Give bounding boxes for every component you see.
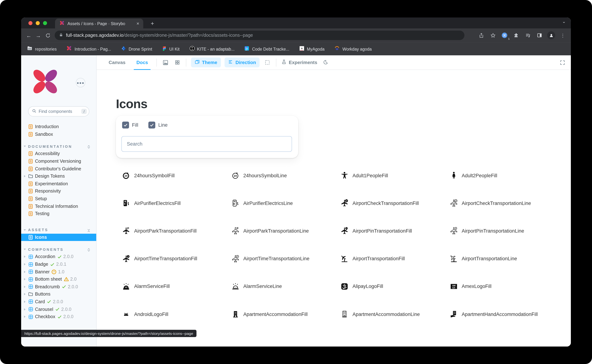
filter-line[interactable]: Line — [148, 122, 168, 129]
sidebar-item-icons[interactable]: Icons — [21, 234, 96, 241]
icon-grid: 2424hoursSymbolFill2424hoursSymbolLineAd… — [122, 162, 558, 328]
tab-search-chevron-icon[interactable]: ⌄ — [562, 19, 566, 24]
direction-button[interactable]: Direction — [225, 58, 260, 67]
browser-menu-icon[interactable]: ⋮ — [558, 31, 567, 40]
sidebar-item-carousel[interactable]: Carousel2.0.0 — [21, 306, 96, 313]
experiments-toggle[interactable]: Experiments — [279, 59, 320, 65]
svg-text:P: P — [127, 227, 129, 230]
sidebar-item-label: Experimentation — [35, 181, 68, 186]
icon-grid-cell: AirPurifierElectricsLine — [231, 189, 340, 217]
theme-button[interactable]: Theme — [191, 58, 221, 67]
fullscreen-icon[interactable] — [560, 60, 565, 67]
sidebar-item-accordion[interactable]: Accordion2.0.0 — [21, 253, 96, 260]
document-icon — [28, 211, 33, 216]
bookmark-item[interactable]: UI Kit — [162, 46, 180, 52]
caret-right-icon — [24, 175, 26, 177]
browser-toolbar: ← → full-stack.pages.agodadev.io/design-… — [21, 28, 571, 42]
filter-fill[interactable]: Fill — [122, 122, 138, 129]
sidebar-item-badge[interactable]: Badge2.0.1 — [21, 260, 96, 268]
share-icon[interactable] — [477, 31, 485, 40]
back-icon[interactable]: ← — [24, 31, 34, 40]
agoda-icon — [67, 46, 72, 52]
bookmark-item[interactable]: repositories — [27, 46, 57, 52]
screenshot-stage: Assets / Icons - Page · Storybo × + ⌄ ← … — [0, 0, 592, 364]
svg-text:TC: TC — [246, 47, 248, 50]
zoom-window-button[interactable] — [43, 21, 47, 25]
find-components-input[interactable] — [39, 109, 81, 114]
icon-label: Adult1PeopleFill — [352, 173, 388, 178]
new-tab-button[interactable]: + — [148, 19, 157, 28]
sidebar-item-buttons[interactable]: Buttons — [21, 291, 96, 298]
bookmark-item[interactable]: Introduction - Pag... — [67, 46, 111, 52]
tab-docs[interactable]: Docs — [131, 55, 154, 70]
reload-icon[interactable] — [43, 31, 53, 40]
sidebar-item-label: Card — [35, 299, 45, 304]
agoda-logo-icon[interactable] — [30, 66, 61, 98]
dark-mode-moon-icon[interactable] — [320, 57, 330, 67]
section-header-documentation[interactable]: DOCUMENTATION — [21, 143, 96, 150]
side-panel-icon[interactable] — [535, 31, 544, 40]
bookmark-star-icon[interactable] — [489, 31, 497, 40]
forward-icon[interactable]: → — [34, 31, 43, 40]
icon-grid-cell: AirportTransportationFill — [340, 245, 449, 273]
shortcut-extension-icon[interactable]: ⌘1 — [500, 31, 509, 40]
minimize-window-button[interactable] — [36, 21, 40, 25]
sidebar-item-checkbox[interactable]: Checkbox2.0.0 — [21, 313, 96, 320]
sidebar-item-breadcrumb[interactable]: Breadcrumb2.0.0 — [21, 283, 96, 291]
tab-canvas[interactable]: Canvas — [103, 55, 131, 70]
bookmarks-bar: repositoriesIntroduction - Pag...Drone S… — [21, 42, 571, 55]
collapse-all-icon[interactable] — [87, 227, 91, 234]
icon-label: AlarmServiceFill — [134, 284, 170, 289]
close-window-button[interactable] — [28, 21, 33, 25]
expand-all-icon[interactable] — [87, 247, 91, 253]
section-header-assets[interactable]: ASSETS — [21, 226, 96, 234]
sidebar-item-component-versioning[interactable]: Component Versioning — [21, 158, 96, 165]
sidebar-item-contributor-s-guideline[interactable]: Contributor's Guideline — [21, 165, 96, 173]
measure-outline-icon[interactable] — [262, 57, 272, 67]
icon-label: AirportTransportationFill — [352, 256, 405, 261]
svg-text:?: ? — [53, 270, 55, 273]
bookmark-item[interactable]: TCCode Debt Tracke... — [244, 46, 289, 52]
sidebar-item-banner[interactable]: Banner?1.0 — [21, 268, 96, 276]
sidebar-item-testing[interactable]: Testing — [21, 210, 96, 217]
sidebar-item-experimentation[interactable]: Experimentation — [21, 180, 96, 188]
browser-tab[interactable]: Assets / Icons - Page · Storybo × — [55, 19, 143, 28]
folder-icon — [28, 292, 33, 297]
section-header-components[interactable]: COMPONENTS — [21, 246, 96, 253]
sidebar-item-design-tokens[interactable]: Design Tokens — [21, 173, 96, 180]
sidebar-item-setup[interactable]: Setup — [21, 195, 96, 202]
bookmark-item[interactable]: aMyAgoda — [299, 46, 324, 52]
caret-right-icon — [24, 293, 26, 295]
find-components-search[interactable]: / — [28, 106, 89, 117]
expand-all-icon[interactable] — [87, 144, 91, 150]
icon-label: AmexLogoFill — [462, 284, 491, 289]
component-icon — [28, 314, 33, 319]
caret-right-icon — [24, 271, 26, 273]
document-icon — [28, 204, 33, 209]
bookmark-item[interactable]: KITE - an adaptab... — [189, 46, 235, 52]
profile-avatar[interactable] — [547, 31, 556, 40]
sidebar-menu-button[interactable]: ●●● — [76, 78, 85, 87]
sidebar-item-responsivity[interactable]: Responsivity — [21, 188, 96, 195]
extensions-puzzle-icon[interactable] — [512, 31, 521, 40]
sidebar-item-introduction[interactable]: Introduction — [21, 123, 96, 130]
filter-row: Fill Line — [116, 116, 298, 129]
sidebar-item-sandbox[interactable]: Sandbox — [21, 130, 96, 138]
tab-close-icon[interactable]: × — [135, 21, 140, 26]
icon-search-input[interactable] — [121, 136, 292, 152]
media-playlist-icon[interactable] — [524, 31, 532, 40]
bookmark-item[interactable]: WWorkday agoda — [335, 46, 372, 52]
line-checkbox[interactable] — [148, 122, 155, 129]
sidebar-item-card[interactable]: Card2.0.0 — [21, 298, 96, 306]
fill-checkbox[interactable] — [122, 122, 129, 129]
search-icon — [32, 108, 36, 115]
grid-view-icon[interactable] — [172, 57, 182, 67]
component-icon — [28, 277, 33, 282]
sidebar-item-technical-information[interactable]: Technical Information — [21, 202, 96, 210]
bookmark-item[interactable]: Drone Sprint — [121, 46, 152, 52]
sidebar-item-bottom-sheet[interactable]: Bottom sheet2.0 — [21, 276, 96, 283]
address-bar[interactable]: full-stack.pages.agodadev.io/design-syst… — [55, 31, 464, 40]
sidebar-item-accessibility[interactable]: Accessibility — [21, 150, 96, 157]
purifier-line-icon — [231, 199, 240, 208]
zoom-image-icon[interactable] — [160, 57, 171, 67]
